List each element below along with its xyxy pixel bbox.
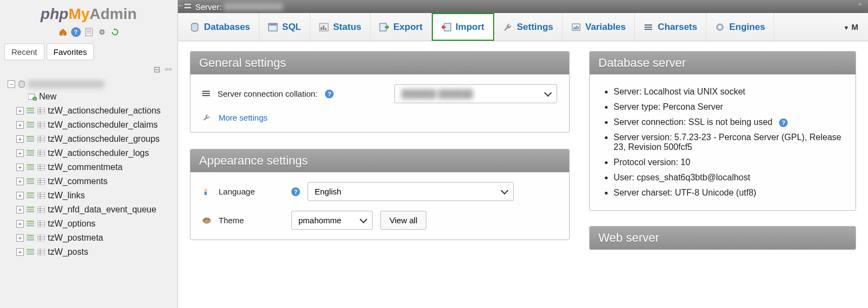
sidebar: phpMyAdmin ? Recent Favorites ⊟ ⚯ − + N: [0, 0, 178, 308]
table-icon[interactable]: [37, 163, 46, 172]
favorites-button[interactable]: Favorites: [47, 43, 94, 60]
tab-sql[interactable]: SQL: [259, 13, 310, 41]
main: ← Server: ⌃ DatabasesSQLStatusExportImpo…: [178, 0, 868, 308]
table-icon[interactable]: [37, 135, 46, 143]
table-icon[interactable]: [37, 121, 46, 129]
tab-import[interactable]: Import: [432, 13, 494, 41]
table-icon[interactable]: [37, 149, 46, 158]
svg-rect-94: [323, 26, 324, 30]
tree-table-item[interactable]: +tzW_posts: [2, 245, 175, 259]
tree-db-root[interactable]: −: [2, 79, 175, 90]
tree-new-item[interactable]: + New: [2, 90, 175, 104]
svg-point-105: [204, 188, 207, 192]
gear-icon[interactable]: [97, 27, 107, 37]
table-struct-icon[interactable]: [26, 177, 35, 186]
svg-rect-74: [27, 237, 34, 238]
plus-icon[interactable]: +: [16, 178, 24, 185]
tab-more[interactable]: ▼ M: [837, 22, 865, 32]
tab-label: SQL: [282, 22, 301, 33]
view-all-button[interactable]: View all: [380, 211, 426, 230]
link-icon[interactable]: ⚯: [165, 65, 172, 74]
refresh-icon[interactable]: [110, 27, 120, 37]
table-name: tzW_commentmeta: [48, 162, 123, 172]
plus-icon[interactable]: +: [16, 206, 24, 213]
table-struct-icon[interactable]: [26, 248, 35, 256]
help-icon[interactable]: ?: [325, 90, 334, 98]
tab-status[interactable]: Status: [310, 13, 371, 41]
help-icon[interactable]: ?: [779, 118, 788, 127]
tab-settings[interactable]: Settings: [494, 13, 563, 41]
tree-table-item[interactable]: +tzW_links: [2, 188, 175, 203]
svg-rect-46: [27, 180, 34, 182]
svg-rect-55: [37, 192, 45, 199]
new-table-icon: +: [28, 92, 37, 101]
recent-button[interactable]: Recent: [4, 43, 44, 60]
table-struct-icon[interactable]: [26, 163, 35, 172]
tree-table-item[interactable]: +tzW_commentmeta: [2, 160, 175, 174]
table-struct-icon[interactable]: [26, 191, 35, 200]
tree-table-item[interactable]: +tzW_actionscheduler_actions: [2, 104, 175, 118]
tab-engines[interactable]: Engines: [706, 13, 774, 41]
collapse-top-icon[interactable]: ⌃: [857, 2, 864, 11]
help-icon[interactable]: ?: [291, 187, 300, 196]
table-struct-icon[interactable]: [26, 106, 35, 115]
plus-icon[interactable]: +: [16, 220, 24, 228]
plus-icon[interactable]: +: [16, 121, 24, 129]
tab-export[interactable]: Export: [371, 13, 432, 41]
table-struct-icon[interactable]: [26, 149, 35, 158]
plus-icon[interactable]: +: [16, 107, 24, 115]
table-icon[interactable]: [37, 106, 46, 115]
table-icon[interactable]: [37, 219, 46, 228]
collapse-all-icon[interactable]: ⊟: [154, 65, 161, 74]
tree-table-item[interactable]: +tzW_comments: [2, 174, 175, 188]
plus-icon[interactable]: +: [16, 149, 24, 157]
table-icon[interactable]: [37, 191, 46, 200]
svg-point-104: [719, 26, 722, 28]
tab-label: Export: [393, 22, 423, 33]
table-icon[interactable]: [37, 177, 46, 186]
help-icon[interactable]: ?: [71, 27, 81, 37]
tree-table-item[interactable]: +tzW_actionscheduler_claims: [2, 118, 175, 132]
theme-select[interactable]: pmahomme: [291, 211, 373, 230]
tree-table-item[interactable]: +tzW_actionscheduler_groups: [2, 132, 175, 146]
collapse-sidebar-icon[interactable]: ←: [177, 1, 184, 9]
table-icon[interactable]: [37, 234, 46, 242]
table-struct-icon[interactable]: [26, 234, 35, 242]
tree-table-item[interactable]: +tzW_options: [2, 217, 175, 231]
database-icon: [190, 22, 200, 32]
table-icon[interactable]: [37, 205, 46, 214]
tab-charsets[interactable]: Charsets: [635, 13, 706, 41]
home-icon[interactable]: [58, 27, 68, 37]
tree-table-item[interactable]: +tzW_postmeta: [2, 231, 175, 245]
svg-rect-91: [269, 23, 277, 26]
svg-rect-52: [27, 192, 34, 194]
docs-icon[interactable]: [84, 27, 94, 37]
tree-table-item[interactable]: +tzW_actionscheduler_logs: [2, 146, 175, 160]
table-name: tzW_actionscheduler_logs: [48, 148, 149, 158]
content: General settings Server connection colla…: [178, 41, 868, 308]
svg-rect-75: [27, 239, 34, 241]
table-name: tzW_actionscheduler_claims: [48, 120, 158, 130]
tab-label: Databases: [204, 22, 250, 33]
language-select[interactable]: English: [308, 182, 514, 201]
nav-tree: − + New +tzW_actionscheduler_actions+tzW…: [0, 78, 177, 308]
table-struct-icon[interactable]: [26, 219, 35, 228]
table-struct-icon[interactable]: [26, 205, 35, 214]
tab-variables[interactable]: abVariables: [563, 13, 635, 41]
table-struct-icon[interactable]: [26, 121, 35, 129]
minus-icon[interactable]: −: [8, 80, 15, 88]
more-settings-link[interactable]: More settings: [219, 113, 267, 122]
plus-icon[interactable]: +: [16, 164, 24, 171]
tree-table-item[interactable]: +tzW_nfd_data_event_queue: [2, 203, 175, 217]
plus-icon[interactable]: +: [16, 135, 24, 143]
collation-icon: [202, 91, 210, 97]
plus-icon[interactable]: +: [16, 234, 24, 242]
table-icon[interactable]: [37, 248, 46, 256]
table-struct-icon[interactable]: [26, 135, 35, 143]
logo[interactable]: phpMyAdmin: [0, 0, 177, 25]
tab-databases[interactable]: Databases: [181, 13, 259, 41]
plus-icon[interactable]: +: [16, 192, 24, 199]
svg-rect-61: [27, 211, 34, 212]
collation-select[interactable]: ██████ ██████: [394, 84, 557, 103]
plus-icon[interactable]: +: [16, 248, 24, 256]
